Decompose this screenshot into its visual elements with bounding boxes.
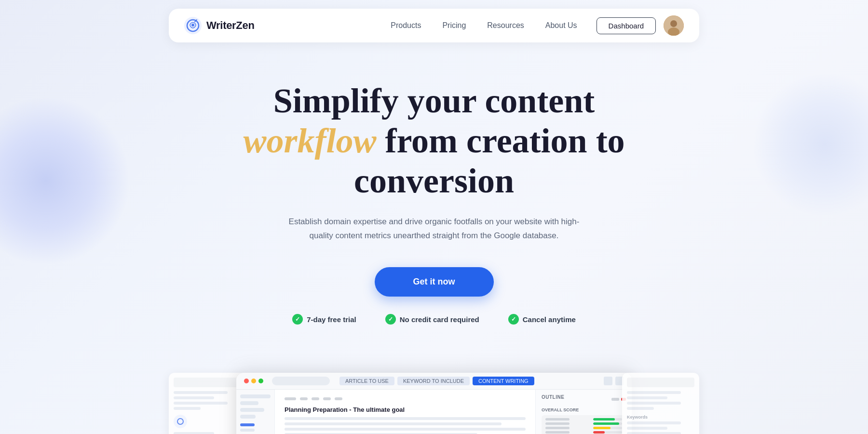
- text-line: [285, 417, 526, 420]
- tab-keyword[interactable]: KEYWORD TO INCLUDE: [397, 377, 470, 385]
- app-right-sidebar: Outline OVERALL SCORE: [535, 390, 632, 434]
- app-content: Planning Preparation - The ultimate goal…: [236, 390, 632, 434]
- app-toolbar: ARTICLE TO USE KEYWORD TO INCLUDE CONTEN…: [236, 373, 632, 390]
- panel-line: [627, 396, 667, 399]
- nav-actions: Dashboard: [597, 15, 684, 36]
- svg-point-4: [670, 20, 677, 27]
- sidebar-mini-item: [240, 408, 264, 412]
- avatar[interactable]: [664, 15, 684, 36]
- page-wrapper: WriterZen Products Pricing Resources Abo…: [0, 0, 868, 434]
- outline-header: Outline: [542, 394, 564, 400]
- check-icon-trial: ✓: [292, 314, 303, 325]
- logo[interactable]: WriterZen: [184, 17, 255, 34]
- app-main-content: Planning Preparation - The ultimate goal: [275, 390, 535, 434]
- score-bar: [593, 431, 622, 434]
- toolbar-tabs: ARTICLE TO USE KEYWORD TO INCLUDE CONTEN…: [339, 377, 534, 385]
- panel-line: [174, 396, 214, 399]
- panel-line: [174, 407, 201, 410]
- score-label: [545, 427, 570, 429]
- badge-no-cc: ✓ No credit card required: [385, 314, 479, 325]
- hero-title-part1: Simplify your content: [273, 81, 595, 120]
- sidebar-mini-item: [240, 394, 271, 398]
- hero-title: Simplify your content workflow from crea…: [217, 81, 651, 201]
- score-box: [542, 415, 626, 434]
- nav-products[interactable]: Products: [391, 21, 421, 30]
- panel-line: [627, 421, 681, 424]
- logo-icon: [184, 17, 202, 34]
- tab-article[interactable]: ARTICLE TO USE: [339, 377, 394, 385]
- toolbar-dots: [244, 379, 263, 383]
- score-row-paragraphs: [545, 427, 622, 429]
- sidebar-mini-item: [240, 415, 256, 419]
- badge-trial-label: 7-day free trial: [307, 315, 356, 324]
- score-bar: [593, 418, 622, 420]
- hero-title-highlight: workflow: [243, 122, 376, 160]
- sidebar-mini-item: [240, 401, 258, 405]
- app-doc-title: Planning Preparation - The ultimate goal: [285, 406, 526, 413]
- panel-line: [627, 391, 681, 394]
- logo-text: WriterZen: [206, 19, 255, 32]
- dot-yellow[interactable]: [251, 379, 256, 383]
- nav-inner: WriterZen Products Pricing Resources Abo…: [169, 9, 699, 42]
- left-panel-preview: COMP...: [169, 373, 246, 434]
- panel-line: [627, 432, 681, 434]
- panel-line: [627, 407, 654, 410]
- score-header: OVERALL SCORE: [542, 407, 626, 412]
- panel-line: [627, 427, 667, 430]
- score-row-title: [545, 422, 622, 425]
- dot-green[interactable]: [258, 379, 263, 383]
- tab-content[interactable]: CONTENT WRITING: [473, 377, 534, 385]
- check-icon-no-cc: ✓: [385, 314, 396, 325]
- panel-line: [174, 391, 228, 394]
- app-left-sidebar: [236, 390, 275, 434]
- panel-line: [627, 402, 681, 405]
- nav-resources[interactable]: Resources: [487, 21, 524, 30]
- dashboard-button[interactable]: Dashboard: [597, 17, 656, 34]
- right-panel-inner: Keywords: [622, 373, 699, 434]
- dot-red[interactable]: [244, 379, 249, 383]
- hero-title-part2: from creation to conversion: [354, 122, 625, 200]
- score-bar: [593, 422, 622, 425]
- nav-links: Products Pricing Resources About Us: [391, 21, 577, 30]
- hero-section: Simplify your content workflow from crea…: [0, 42, 868, 368]
- avatar-icon: [664, 15, 684, 36]
- nav-pricing[interactable]: Pricing: [442, 21, 466, 30]
- score-row-words: [545, 418, 622, 420]
- score-label: [545, 422, 570, 425]
- hero-subtitle: Establish domain expertise and drive org…: [285, 215, 583, 243]
- score-bar: [593, 427, 622, 429]
- text-line: [285, 422, 502, 425]
- trust-badges: ✓ 7-day free trial ✓ No credit card requ…: [10, 314, 858, 325]
- text-line: [285, 428, 526, 431]
- app-preview: COMP... ARTICLE TO USE KEYWORD TO INCLUD…: [0, 373, 868, 434]
- score-row-images: [545, 431, 622, 434]
- svg-point-2: [191, 24, 194, 27]
- check-icon-cancel: ✓: [508, 314, 519, 325]
- badge-trial: ✓ 7-day free trial: [292, 314, 356, 325]
- right-panel-preview: Keywords: [622, 373, 699, 434]
- cta-button[interactable]: Get it now: [375, 267, 494, 297]
- badge-cancel: ✓ Cancel anytime: [508, 314, 576, 325]
- score-label: [545, 431, 570, 434]
- nav-about[interactable]: About Us: [545, 21, 577, 30]
- panel-line: [174, 432, 214, 434]
- badge-no-cc-label: No credit card required: [400, 315, 479, 324]
- left-panel-inner: COMP...: [169, 373, 246, 434]
- panel-line: [174, 402, 228, 405]
- score-label: [545, 418, 570, 420]
- badge-cancel-label: Cancel anytime: [523, 315, 576, 324]
- app-window: ARTICLE TO USE KEYWORD TO INCLUDE CONTEN…: [236, 373, 632, 434]
- navbar: WriterZen Products Pricing Resources Abo…: [0, 0, 868, 42]
